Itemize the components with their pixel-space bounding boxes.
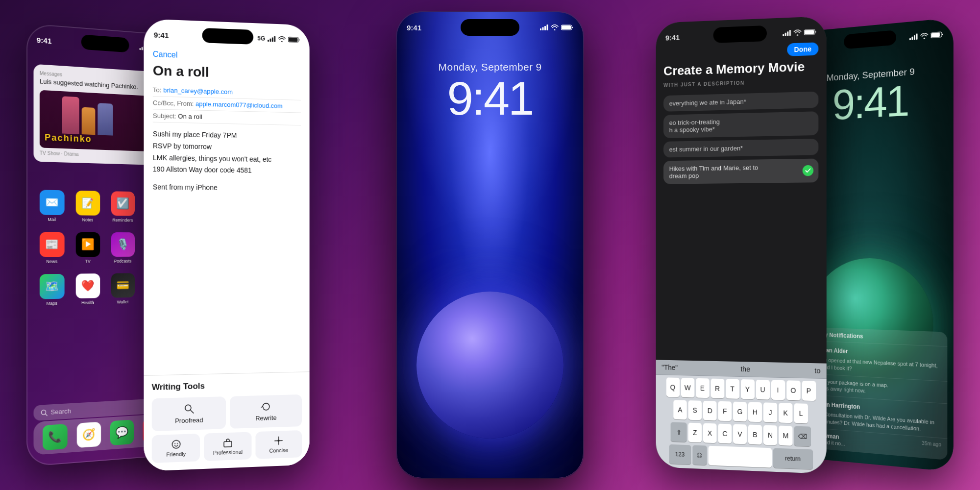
time-1: 9:41: [37, 35, 52, 45]
wallet-icon[interactable]: 💳 Wallet: [111, 273, 134, 304]
dock-phone[interactable]: 📞: [42, 424, 67, 450]
key-H[interactable]: H: [748, 402, 762, 422]
bubble-1: everything we ate in Japan*: [663, 92, 818, 112]
writing-tools-panel: Writing Tools Proofread Rewrite Friendly: [144, 371, 309, 471]
battery-icon-2: [288, 37, 300, 43]
concise-icon: [274, 436, 284, 446]
mail-icon[interactable]: ✉️ Mail: [39, 190, 64, 222]
concise-label: Concise: [269, 447, 288, 454]
pachinko-title: Pachinko: [45, 132, 92, 145]
key-shift[interactable]: ⇧: [671, 422, 687, 442]
svg-rect-29: [783, 34, 784, 36]
wifi-icon-2: [278, 36, 286, 42]
key-R[interactable]: R: [710, 379, 724, 399]
svg-rect-30: [785, 33, 786, 36]
key-Q[interactable]: Q: [666, 377, 679, 397]
notes-icon[interactable]: 📝 Notes: [75, 191, 100, 222]
maps-icon[interactable]: 🗺️ Maps: [39, 274, 64, 306]
writing-tools-secondary: Friendly Professional Concise: [152, 430, 302, 463]
signal-icon-5: [909, 33, 918, 40]
dock-safari[interactable]: 🧭: [76, 422, 100, 448]
svg-rect-40: [931, 33, 939, 38]
key-K[interactable]: K: [779, 403, 792, 423]
tv-icon[interactable]: ▶️ TV: [75, 232, 100, 264]
svg-rect-35: [909, 38, 911, 40]
key-B[interactable]: B: [748, 425, 762, 445]
key-123[interactable]: 123: [669, 444, 691, 465]
key-G[interactable]: G: [733, 402, 747, 422]
wifi-icon-5: [920, 33, 928, 40]
svg-rect-24: [542, 27, 544, 31]
reminders-icon[interactable]: ☑️ Reminders: [111, 191, 134, 222]
proofread-btn[interactable]: Proofread: [152, 396, 226, 431]
phone-4: 9:41: [656, 16, 827, 474]
body-line-4: 190 Allston Way door code 4581: [153, 164, 301, 177]
svg-rect-37: [914, 35, 915, 40]
key-A[interactable]: A: [673, 400, 686, 419]
email-body[interactable]: Sushi my place Friday 7PM RSVP by tomorr…: [153, 128, 301, 195]
friendly-btn[interactable]: Friendly: [152, 434, 200, 463]
key-delete[interactable]: ⌫: [794, 426, 811, 447]
phones-container: 9:41: [0, 0, 980, 490]
proofread-label: Proofread: [175, 416, 203, 425]
rewrite-label: Rewrite: [255, 414, 276, 422]
svg-rect-36: [911, 37, 913, 40]
notif-time-3: 35m ago: [922, 441, 941, 448]
svg-rect-26: [547, 24, 548, 30]
key-space[interactable]: [708, 446, 771, 468]
lockscreen-content: Monday, September 9 9:41: [397, 61, 583, 122]
key-J[interactable]: J: [763, 402, 777, 422]
battery-icon-5: [931, 31, 943, 39]
bubble-4: Hikes with Tim and Marie, set todream po…: [663, 159, 818, 184]
key-E[interactable]: E: [696, 378, 709, 398]
memory-title: Create a Memory Movie: [663, 59, 818, 79]
time-4: 9:41: [665, 33, 680, 42]
key-U[interactable]: U: [756, 380, 769, 400]
wifi-icon-3: [551, 24, 559, 30]
professional-icon: [223, 438, 233, 448]
key-D[interactable]: D: [703, 401, 717, 421]
key-Y[interactable]: Y: [740, 379, 754, 399]
key-M[interactable]: M: [779, 426, 792, 446]
done-button[interactable]: Done: [787, 42, 818, 56]
signal-icon-3: [540, 24, 548, 30]
key-T[interactable]: T: [726, 379, 739, 399]
key-return[interactable]: return: [773, 448, 813, 469]
key-L[interactable]: L: [794, 403, 808, 423]
bubble-3: est summer in our garden*: [663, 139, 818, 157]
search-icon: [41, 409, 48, 416]
key-F[interactable]: F: [718, 401, 732, 421]
friendly-icon: [171, 439, 181, 449]
key-Z[interactable]: Z: [688, 423, 702, 443]
suggestion-2[interactable]: to: [814, 367, 820, 374]
key-O[interactable]: O: [786, 380, 800, 400]
bubble-2: eo trick-or-treatingh a spooky vibe*: [663, 111, 818, 138]
dynamic-island-3: [461, 19, 519, 36]
key-V[interactable]: V: [733, 424, 747, 444]
concise-btn[interactable]: Concise: [255, 430, 302, 459]
key-X[interactable]: X: [703, 423, 717, 443]
suggestion-1[interactable]: the: [740, 365, 750, 373]
key-S[interactable]: S: [688, 400, 702, 420]
key-C[interactable]: C: [718, 424, 732, 444]
health-icon[interactable]: ❤️ Health: [75, 273, 100, 305]
podcasts-icon[interactable]: 🎙️ Podcasts: [111, 232, 134, 264]
key-N[interactable]: N: [763, 425, 777, 445]
dock-messages[interactable]: 💬: [110, 419, 133, 445]
network-badge: 5G: [257, 35, 265, 42]
svg-rect-28: [562, 25, 571, 29]
news-icon[interactable]: 📰 News: [39, 232, 64, 264]
suggestion-0[interactable]: "The": [662, 364, 678, 372]
key-emoji[interactable]: ☺: [692, 445, 707, 465]
cancel-btn[interactable]: Cancel: [153, 50, 301, 64]
search-placeholder: Search: [50, 407, 71, 416]
professional-btn[interactable]: Professional: [204, 432, 251, 461]
wifi-icon-4: [793, 29, 801, 36]
key-W[interactable]: W: [681, 378, 694, 397]
chat-bubbles-area: everything we ate in Japan* eo trick-or-…: [663, 92, 818, 184]
key-I[interactable]: I: [771, 380, 785, 400]
email-subject-display: On a roll: [153, 63, 301, 83]
svg-point-16: [172, 440, 180, 448]
key-P[interactable]: P: [802, 381, 816, 401]
rewrite-btn[interactable]: Rewrite: [230, 394, 302, 429]
